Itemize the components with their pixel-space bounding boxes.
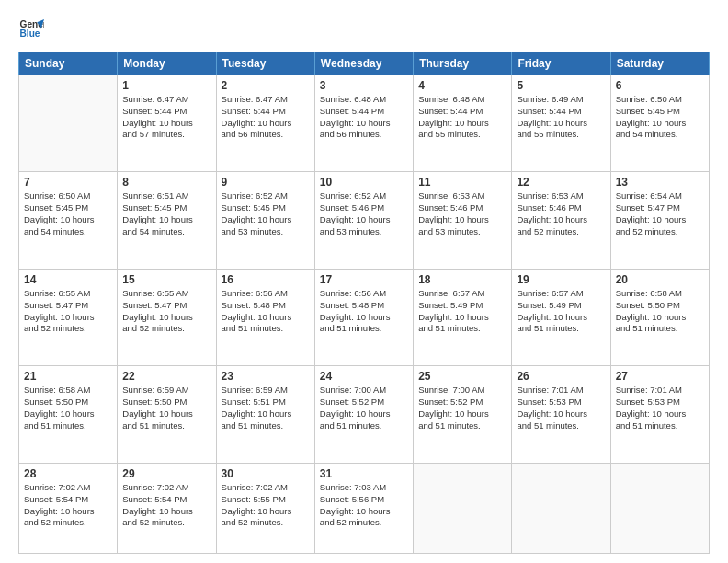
calendar-cell: 4Sunrise: 6:48 AM Sunset: 5:44 PM Daylig… <box>414 75 512 172</box>
day-number: 4 <box>418 79 506 92</box>
calendar-cell: 17Sunrise: 6:56 AM Sunset: 5:48 PM Dayli… <box>314 269 413 365</box>
calendar-cell: 5Sunrise: 6:49 AM Sunset: 5:44 PM Daylig… <box>512 75 610 172</box>
day-number: 5 <box>517 79 605 92</box>
day-number: 25 <box>418 370 506 383</box>
day-number: 3 <box>320 79 408 92</box>
calendar-cell: 12Sunrise: 6:53 AM Sunset: 5:46 PM Dayli… <box>512 172 610 269</box>
cell-info: Sunrise: 6:47 AM Sunset: 5:44 PM Dayligh… <box>222 94 310 141</box>
cell-info: Sunrise: 7:00 AM Sunset: 5:52 PM Dayligh… <box>320 385 408 431</box>
logo-icon: General Blue <box>18 17 44 42</box>
day-number: 31 <box>320 467 408 480</box>
day-number: 23 <box>222 370 310 383</box>
cell-info: Sunrise: 6:50 AM Sunset: 5:45 PM Dayligh… <box>24 190 112 237</box>
day-number: 24 <box>320 370 408 383</box>
calendar-header-row: SundayMondayTuesdayWednesdayThursdayFrid… <box>19 52 710 75</box>
logo: General Blue <box>18 17 44 42</box>
cell-info: Sunrise: 7:03 AM Sunset: 5:56 PM Dayligh… <box>320 482 408 529</box>
calendar-cell: 18Sunrise: 6:57 AM Sunset: 5:49 PM Dayli… <box>414 269 512 365</box>
calendar-week-2: 7Sunrise: 6:50 AM Sunset: 5:45 PM Daylig… <box>19 172 710 269</box>
cell-info: Sunrise: 7:02 AM Sunset: 5:55 PM Dayligh… <box>222 482 310 529</box>
calendar-cell: 19Sunrise: 6:57 AM Sunset: 5:49 PM Dayli… <box>512 269 610 365</box>
cell-info: Sunrise: 6:53 AM Sunset: 5:46 PM Dayligh… <box>517 190 605 237</box>
day-number: 27 <box>616 370 704 383</box>
calendar-week-5: 28Sunrise: 7:02 AM Sunset: 5:54 PM Dayli… <box>19 463 710 553</box>
cell-info: Sunrise: 7:01 AM Sunset: 5:53 PM Dayligh… <box>616 385 704 431</box>
cell-info: Sunrise: 6:56 AM Sunset: 5:48 PM Dayligh… <box>320 288 408 335</box>
calendar-cell: 11Sunrise: 6:53 AM Sunset: 5:46 PM Dayli… <box>414 172 512 269</box>
cell-info: Sunrise: 6:50 AM Sunset: 5:45 PM Dayligh… <box>616 94 704 141</box>
calendar-cell: 20Sunrise: 6:58 AM Sunset: 5:50 PM Dayli… <box>610 269 709 365</box>
day-number: 19 <box>517 273 605 286</box>
calendar-week-1: 1Sunrise: 6:47 AM Sunset: 5:44 PM Daylig… <box>19 75 710 172</box>
cell-info: Sunrise: 7:02 AM Sunset: 5:54 PM Dayligh… <box>122 482 210 529</box>
day-number: 12 <box>517 176 605 189</box>
calendar-week-4: 21Sunrise: 6:58 AM Sunset: 5:50 PM Dayli… <box>19 366 710 463</box>
cell-info: Sunrise: 6:52 AM Sunset: 5:46 PM Dayligh… <box>320 190 408 237</box>
day-number: 15 <box>122 273 210 286</box>
cell-info: Sunrise: 6:48 AM Sunset: 5:44 PM Dayligh… <box>320 94 408 141</box>
cell-info: Sunrise: 6:57 AM Sunset: 5:49 PM Dayligh… <box>418 288 506 335</box>
day-number: 7 <box>24 176 112 189</box>
calendar-cell: 15Sunrise: 6:55 AM Sunset: 5:47 PM Dayli… <box>118 269 216 365</box>
calendar-week-3: 14Sunrise: 6:55 AM Sunset: 5:47 PM Dayli… <box>19 269 710 365</box>
cell-info: Sunrise: 6:59 AM Sunset: 5:50 PM Dayligh… <box>122 385 210 431</box>
cell-info: Sunrise: 6:55 AM Sunset: 5:47 PM Dayligh… <box>24 288 112 335</box>
day-number: 18 <box>418 273 506 286</box>
calendar-cell: 28Sunrise: 7:02 AM Sunset: 5:54 PM Dayli… <box>19 463 118 553</box>
calendar-cell: 9Sunrise: 6:52 AM Sunset: 5:45 PM Daylig… <box>216 172 314 269</box>
day-number: 8 <box>122 176 210 189</box>
day-number: 29 <box>122 467 210 480</box>
calendar-cell: 13Sunrise: 6:54 AM Sunset: 5:47 PM Dayli… <box>610 172 709 269</box>
calendar-cell: 23Sunrise: 6:59 AM Sunset: 5:51 PM Dayli… <box>216 366 314 463</box>
calendar-cell: 16Sunrise: 6:56 AM Sunset: 5:48 PM Dayli… <box>216 269 314 365</box>
calendar-cell: 29Sunrise: 7:02 AM Sunset: 5:54 PM Dayli… <box>118 463 216 553</box>
calendar-cell: 31Sunrise: 7:03 AM Sunset: 5:56 PM Dayli… <box>314 463 413 553</box>
calendar-cell: 27Sunrise: 7:01 AM Sunset: 5:53 PM Dayli… <box>610 366 709 463</box>
day-number: 20 <box>616 273 704 286</box>
cell-info: Sunrise: 6:57 AM Sunset: 5:49 PM Dayligh… <box>517 288 605 335</box>
calendar-cell: 22Sunrise: 6:59 AM Sunset: 5:50 PM Dayli… <box>118 366 216 463</box>
calendar-header-friday: Friday <box>512 52 610 75</box>
calendar-cell: 21Sunrise: 6:58 AM Sunset: 5:50 PM Dayli… <box>19 366 118 463</box>
day-number: 17 <box>320 273 408 286</box>
calendar-header-monday: Monday <box>118 52 216 75</box>
cell-info: Sunrise: 6:54 AM Sunset: 5:47 PM Dayligh… <box>616 190 704 237</box>
calendar-cell: 24Sunrise: 7:00 AM Sunset: 5:52 PM Dayli… <box>314 366 413 463</box>
cell-info: Sunrise: 7:00 AM Sunset: 5:52 PM Dayligh… <box>418 385 506 431</box>
calendar-cell: 7Sunrise: 6:50 AM Sunset: 5:45 PM Daylig… <box>19 172 118 269</box>
calendar-cell <box>414 463 512 553</box>
calendar-cell: 30Sunrise: 7:02 AM Sunset: 5:55 PM Dayli… <box>216 463 314 553</box>
day-number: 11 <box>418 176 506 189</box>
cell-info: Sunrise: 6:49 AM Sunset: 5:44 PM Dayligh… <box>517 94 605 141</box>
day-number: 14 <box>24 273 112 286</box>
cell-info: Sunrise: 6:58 AM Sunset: 5:50 PM Dayligh… <box>616 288 704 335</box>
cell-info: Sunrise: 6:53 AM Sunset: 5:46 PM Dayligh… <box>418 190 506 237</box>
calendar-cell <box>512 463 610 553</box>
day-number: 10 <box>320 176 408 189</box>
cell-info: Sunrise: 6:52 AM Sunset: 5:45 PM Dayligh… <box>222 190 310 237</box>
cell-info: Sunrise: 6:55 AM Sunset: 5:47 PM Dayligh… <box>122 288 210 335</box>
day-number: 16 <box>222 273 310 286</box>
cell-info: Sunrise: 6:59 AM Sunset: 5:51 PM Dayligh… <box>222 385 310 431</box>
page: General Blue SundayMondayTuesdayWednesda… <box>0 0 728 563</box>
calendar-header-thursday: Thursday <box>414 52 512 75</box>
day-number: 9 <box>222 176 310 189</box>
cell-info: Sunrise: 6:58 AM Sunset: 5:50 PM Dayligh… <box>24 385 112 431</box>
day-number: 13 <box>616 176 704 189</box>
header: General Blue <box>18 17 710 42</box>
calendar-cell: 1Sunrise: 6:47 AM Sunset: 5:44 PM Daylig… <box>118 75 216 172</box>
calendar-cell: 8Sunrise: 6:51 AM Sunset: 5:45 PM Daylig… <box>118 172 216 269</box>
cell-info: Sunrise: 7:01 AM Sunset: 5:53 PM Dayligh… <box>517 385 605 431</box>
calendar-cell: 2Sunrise: 6:47 AM Sunset: 5:44 PM Daylig… <box>216 75 314 172</box>
calendar-cell: 10Sunrise: 6:52 AM Sunset: 5:46 PM Dayli… <box>314 172 413 269</box>
cell-info: Sunrise: 6:56 AM Sunset: 5:48 PM Dayligh… <box>222 288 310 335</box>
cell-info: Sunrise: 6:47 AM Sunset: 5:44 PM Dayligh… <box>122 94 210 141</box>
calendar-header-tuesday: Tuesday <box>216 52 314 75</box>
calendar-cell: 3Sunrise: 6:48 AM Sunset: 5:44 PM Daylig… <box>314 75 413 172</box>
calendar-header-saturday: Saturday <box>610 52 709 75</box>
calendar-cell: 6Sunrise: 6:50 AM Sunset: 5:45 PM Daylig… <box>610 75 709 172</box>
day-number: 6 <box>616 79 704 92</box>
calendar-cell: 25Sunrise: 7:00 AM Sunset: 5:52 PM Dayli… <box>414 366 512 463</box>
day-number: 21 <box>24 370 112 383</box>
calendar-header-sunday: Sunday <box>19 52 118 75</box>
